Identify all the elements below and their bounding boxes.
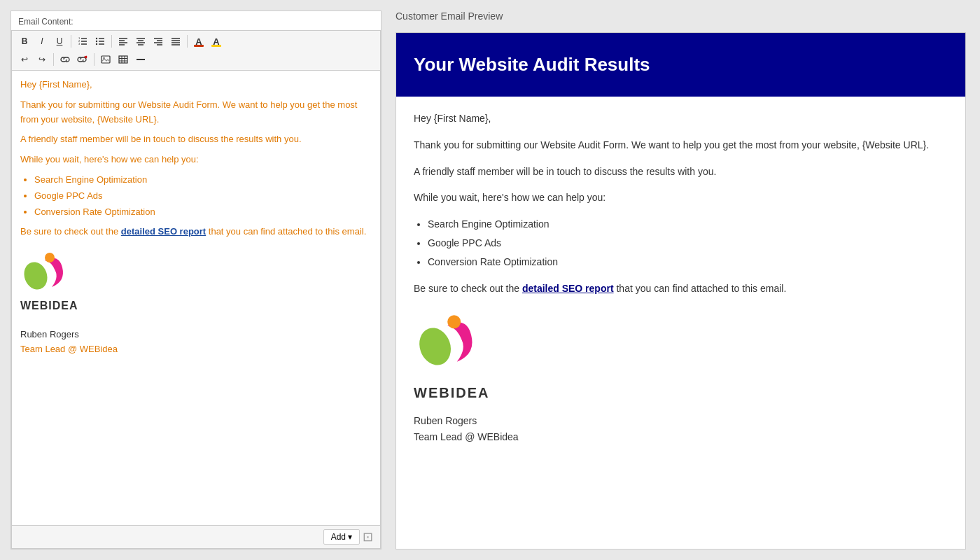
- email-preview-header: Your Website Audit Results: [396, 33, 965, 97]
- horizontal-rule-button[interactable]: [132, 52, 149, 67]
- list-item-2: Google PPC Ads: [34, 189, 372, 204]
- para4-suffix: that you can find attached to this email…: [206, 226, 366, 237]
- preview-signature-title: Team Lead @ WEBidea: [414, 429, 948, 444]
- resize-handle[interactable]: ⊡: [363, 529, 373, 545]
- svg-rect-32: [119, 56, 127, 63]
- email-editor-panel: Email Content: B I U 123: [10, 10, 382, 550]
- service-list: Search Engine Optimization Google PPC Ad…: [34, 173, 372, 219]
- preview-para3: While you wait, here's how we can help y…: [414, 190, 948, 206]
- para1-text: Thank you for submitting our Website Aud…: [20, 99, 357, 125]
- add-button[interactable]: Add ▾: [323, 529, 360, 545]
- unordered-list-button[interactable]: [92, 34, 108, 49]
- editor-toolbar: B I U 123 A: [11, 30, 381, 70]
- list-item-1: Search Engine Optimization: [34, 173, 372, 188]
- preview-list-item-3: Conversion Rate Optimization: [428, 254, 948, 271]
- seo-report-link[interactable]: detailed SEO report: [121, 226, 206, 237]
- insert-table-button[interactable]: [115, 52, 132, 67]
- bold-button[interactable]: B: [16, 34, 33, 49]
- remove-link-button[interactable]: [74, 52, 91, 67]
- preview-logo-graphic: [414, 307, 491, 373]
- para2-text: A friendly staff member will be in touch…: [20, 134, 302, 144]
- svg-point-38: [20, 259, 51, 293]
- svg-point-41: [447, 316, 461, 329]
- preview-seo-link[interactable]: detailed SEO report: [522, 283, 614, 294]
- email-preview-title: Your Website Audit Results: [414, 54, 948, 76]
- insert-link-button[interactable]: [57, 52, 74, 67]
- preview-signature-name: Ruben Rogers: [414, 413, 948, 428]
- preview-para1: Thank you for submitting our Website Aud…: [414, 137, 948, 154]
- preview-logo-text: WEBIDEA: [414, 381, 948, 405]
- italic-button[interactable]: I: [34, 34, 50, 49]
- greeting-text: Hey {First Name},: [20, 79, 92, 90]
- svg-point-9: [96, 38, 97, 39]
- align-left-button[interactable]: [115, 34, 132, 49]
- preview-logo-area: WEBIDEA: [414, 307, 948, 405]
- ordered-list-button[interactable]: 123: [74, 34, 91, 49]
- toolbar-sep-1: [71, 35, 71, 48]
- svg-point-40: [414, 323, 456, 370]
- svg-point-10: [96, 41, 97, 42]
- editor-content-area[interactable]: Hey {First Name}, Thank you for submitti…: [11, 70, 381, 526]
- redo-button[interactable]: ↪: [34, 52, 50, 67]
- add-dropdown-icon: ▾: [348, 532, 352, 542]
- svg-point-11: [96, 43, 97, 45]
- editor-body: Hey {First Name}, Thank you for submitti…: [20, 78, 372, 356]
- preview-service-list: Search Engine Optimization Google PPC Ad…: [428, 216, 948, 270]
- underline-button[interactable]: U: [51, 34, 68, 49]
- email-content-label: Email Content:: [11, 11, 381, 30]
- svg-text:3: 3: [78, 42, 80, 46]
- signature-name: Ruben Rogers: [20, 328, 372, 342]
- para4-prefix: Be sure to check out the: [20, 226, 121, 237]
- webidea-logo-graphic: [20, 246, 76, 295]
- signature-title: Team Lead @ WEBidea: [20, 344, 118, 354]
- toolbar-sep-4: [53, 53, 54, 66]
- toolbar-sep-2: [111, 35, 112, 48]
- bg-color-button[interactable]: A: [208, 34, 225, 49]
- editor-logo-area: WEBIDEA: [20, 246, 372, 321]
- svg-rect-30: [102, 56, 110, 63]
- toolbar-sep-5: [94, 53, 94, 66]
- list-item-3: Conversion Rate Optimization: [34, 205, 372, 220]
- align-right-button[interactable]: [150, 34, 167, 49]
- preview-greeting: Hey {First Name},: [414, 111, 948, 127]
- editor-footer: Add ▾ ⊡: [11, 526, 381, 549]
- align-justify-button[interactable]: [167, 34, 184, 49]
- preview-para2: A friendly staff member will be in touch…: [414, 164, 948, 181]
- preview-list-item-2: Google PPC Ads: [428, 235, 948, 252]
- editor-logo: WEBIDEA: [20, 246, 372, 321]
- font-color-button[interactable]: A: [190, 34, 207, 49]
- editor-logo-text: WEBIDEA: [20, 297, 78, 315]
- undo-button[interactable]: ↩: [16, 52, 33, 67]
- preview-para4: Be sure to check out the detailed SEO re…: [414, 281, 948, 298]
- svg-point-39: [45, 253, 55, 262]
- preview-list-item-1: Search Engine Optimization: [428, 216, 948, 233]
- email-preview-panel: Customer Email Preview Your Website Audi…: [382, 0, 980, 560]
- align-center-button[interactable]: [132, 34, 149, 49]
- email-preview-container: Your Website Audit Results Hey {First Na…: [396, 32, 966, 550]
- preview-signature: Ruben Rogers Team Lead @ WEBidea: [414, 413, 948, 444]
- toolbar-sep-3: [187, 35, 188, 48]
- email-preview-body: Hey {First Name}, Thank you for submitti…: [396, 97, 965, 458]
- preview-label: Customer Email Preview: [396, 10, 966, 22]
- insert-image-button[interactable]: [97, 52, 114, 67]
- para3-text: While you wait, here's how we can help y…: [20, 154, 199, 164]
